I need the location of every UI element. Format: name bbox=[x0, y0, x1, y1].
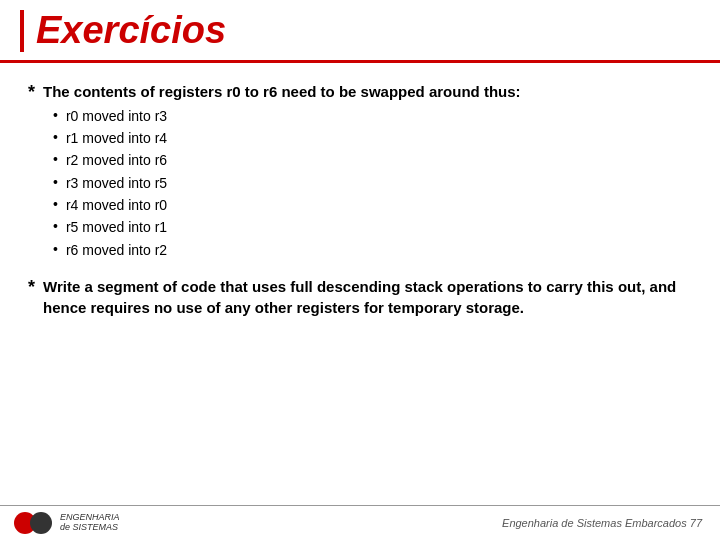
logo-circles bbox=[14, 512, 52, 534]
sub-bullets-list: • r0 moved into r3 • r1 moved into r4 • … bbox=[53, 106, 692, 260]
sub-text-6: r6 moved into r2 bbox=[66, 240, 167, 260]
dot-3: • bbox=[53, 174, 58, 190]
sub-bullet-1: • r1 moved into r4 bbox=[53, 128, 692, 148]
dot-0: • bbox=[53, 107, 58, 123]
dot-5: • bbox=[53, 218, 58, 234]
sub-text-4: r4 moved into r0 bbox=[66, 195, 167, 215]
star-2: * bbox=[28, 277, 35, 298]
bullet-2-text: Write a segment of code that uses full d… bbox=[43, 276, 692, 318]
sub-text-2: r2 moved into r6 bbox=[66, 150, 167, 170]
footer: ENGENHARIA de SISTEMAS Engenharia de Sis… bbox=[0, 505, 720, 540]
dot-2: • bbox=[53, 151, 58, 167]
slide-container: Exercícios * The contents of registers r… bbox=[0, 0, 720, 540]
slide-title: Exercícios bbox=[36, 10, 226, 52]
footer-logo: ENGENHARIA de SISTEMAS bbox=[14, 512, 120, 534]
content-area: * The contents of registers r0 to r6 nee… bbox=[0, 63, 720, 342]
dot-1: • bbox=[53, 129, 58, 145]
sub-bullet-0: • r0 moved into r3 bbox=[53, 106, 692, 126]
bullet-2: * Write a segment of code that uses full… bbox=[28, 276, 692, 318]
star-1: * bbox=[28, 82, 35, 103]
title-border bbox=[20, 10, 24, 52]
title-bar: Exercícios bbox=[0, 0, 720, 63]
sub-bullet-6: • r6 moved into r2 bbox=[53, 240, 692, 260]
sub-text-5: r5 moved into r1 bbox=[66, 217, 167, 237]
sub-bullet-5: • r5 moved into r1 bbox=[53, 217, 692, 237]
footer-label: Engenharia de Sistemas Embarcados 77 bbox=[502, 517, 702, 529]
dot-6: • bbox=[53, 241, 58, 257]
bullet-1-text: The contents of registers r0 to r6 need … bbox=[43, 81, 692, 102]
logo-circle-dark bbox=[30, 512, 52, 534]
bullet-2-content: Write a segment of code that uses full d… bbox=[43, 276, 692, 318]
sub-text-1: r1 moved into r4 bbox=[66, 128, 167, 148]
sub-bullet-2: • r2 moved into r6 bbox=[53, 150, 692, 170]
logo-text: ENGENHARIA de SISTEMAS bbox=[60, 513, 120, 533]
sub-bullet-4: • r4 moved into r0 bbox=[53, 195, 692, 215]
sub-bullet-3: • r3 moved into r5 bbox=[53, 173, 692, 193]
bullet-1: * The contents of registers r0 to r6 nee… bbox=[28, 81, 692, 262]
sub-text-0: r0 moved into r3 bbox=[66, 106, 167, 126]
bullet-1-content: The contents of registers r0 to r6 need … bbox=[43, 81, 692, 262]
logo-line2: de SISTEMAS bbox=[60, 523, 120, 533]
dot-4: • bbox=[53, 196, 58, 212]
sub-text-3: r3 moved into r5 bbox=[66, 173, 167, 193]
